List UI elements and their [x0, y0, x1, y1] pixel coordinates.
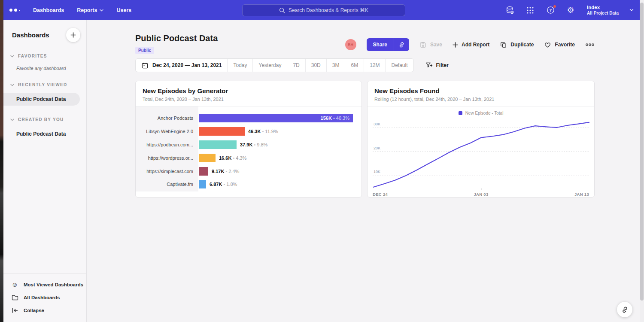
section-header[interactable]: FAVORITES — [3, 54, 86, 58]
collapse-icon — [11, 307, 18, 313]
plus-icon — [453, 42, 458, 48]
bar-segment — [199, 154, 216, 162]
svg-text:20K: 20K — [374, 146, 380, 150]
bar-segment: 156K • 40.3% — [199, 114, 353, 122]
section-header[interactable]: RECENTLY VIEWED — [3, 82, 86, 87]
bar-value-label: 9.17K • 2.4% — [212, 169, 239, 174]
share-button-group: Share — [367, 38, 409, 51]
preset-today[interactable]: Today — [227, 59, 252, 72]
x-tick-jan-13: JAN 13 — [574, 192, 589, 197]
search-icon — [279, 7, 285, 13]
smiley-icon: ☺ — [11, 281, 18, 288]
search-bar[interactable]: Search Dashboards & Reports ⌘K — [242, 4, 405, 16]
bar-category-label: Libsyn WebEngine 2.0 — [136, 129, 198, 134]
card-new-episodes-by-generator: New Episodes by Generator Total, Dec 24t… — [135, 81, 362, 197]
app-switcher-icon[interactable] — [526, 6, 535, 15]
bar-row-https-simplecast-com: https://simplecast.com9.17K • 2.4% — [136, 164, 361, 178]
page-title: Public Podcast Data — [135, 33, 218, 43]
project-name: Index — [587, 5, 619, 10]
nav-item-users[interactable]: Users — [116, 7, 131, 13]
link-icon — [398, 41, 405, 49]
public-badge: Public — [135, 47, 154, 54]
help-icon[interactable]: ? — [546, 6, 555, 15]
x-tick-dec-24: DEC 24 — [373, 192, 388, 197]
mode-logo[interactable] — [9, 9, 20, 12]
main-content: Public Podcast Data Public RH Share — [87, 20, 644, 322]
preset-12m[interactable]: 12M — [364, 59, 385, 72]
background-window-edge — [0, 0, 3, 322]
svg-text:30K: 30K — [374, 122, 380, 126]
sidebar-section-recently-viewed: RECENTLY VIEWEDPublic Podcast Data — [3, 82, 86, 106]
preset-30d[interactable]: 30D — [305, 59, 326, 72]
bar-category-label: https://podbean.com... — [136, 142, 198, 147]
bar-category-label: Captivate.fm — [136, 182, 198, 187]
chevron-down-icon — [10, 84, 14, 86]
filter-button[interactable]: Filter — [425, 61, 449, 69]
favorite-button[interactable]: Favorite — [544, 41, 575, 49]
search-placeholder: Search Dashboards & Reports ⌘K — [289, 7, 368, 13]
bar-row-captivate-fm: Captivate.fm6.87K • 1.8% — [136, 178, 361, 191]
bar-row-https-podbean-com: https://podbean.com...37.9K • 9.8% — [136, 138, 361, 152]
nav-item-reports[interactable]: Reports — [77, 7, 103, 13]
chart-legend: New Episode - Total — [368, 111, 594, 115]
project-switcher[interactable]: Index All Project Data — [587, 5, 619, 15]
sidebar-item-public-podcast-data[interactable]: Public Podcast Data — [3, 128, 80, 140]
duplicate-button[interactable]: Duplicate — [500, 41, 534, 49]
sidebar-item-public-podcast-data[interactable]: Public Podcast Data — [3, 93, 80, 106]
sidebar-footer-all-dashboards[interactable]: All Dashboards — [3, 291, 86, 304]
add-report-button[interactable]: Add Report — [453, 42, 489, 48]
bar-value-label: 6.87K • 1.8% — [210, 182, 237, 187]
chevron-down-icon — [100, 9, 103, 12]
filter-funnel-icon — [425, 61, 433, 69]
sidebar-section-favorites: FAVORITESFavorite any dashboard — [3, 54, 86, 71]
preset-6m[interactable]: 6M — [345, 59, 364, 72]
line-chart-plot: 10K20K30K — [373, 119, 590, 191]
plus-icon — [70, 32, 76, 38]
section-header[interactable]: CREATED BY YOU — [3, 117, 86, 122]
copy-link-button[interactable] — [394, 38, 409, 51]
line-chart-subtitle: Rolling (12 hours), total, Dec 24th, 202… — [374, 97, 587, 102]
nav-item-dashboards[interactable]: Dashboards — [33, 7, 64, 13]
chevron-down-icon — [10, 55, 14, 58]
notification-dot — [553, 5, 556, 8]
svg-text:?: ? — [549, 8, 552, 12]
data-sources-icon[interactable] — [505, 6, 515, 15]
bar-segment — [199, 140, 237, 149]
save-icon — [419, 41, 427, 49]
top-navbar: DashboardsReportsUsers Search Dashboards… — [3, 0, 644, 20]
preset-7d[interactable]: 7D — [287, 59, 305, 72]
scrollbar-thumb[interactable] — [640, 3, 644, 301]
bar-value-label: 46.3K • 11.9% — [248, 129, 278, 134]
bar-row-https-wordpress-or: https://wordpress.or...16.6K • 4.3% — [136, 151, 361, 164]
bar-segment — [199, 167, 208, 176]
preset-yesterday[interactable]: Yesterday — [252, 59, 287, 72]
share-button[interactable]: Share — [367, 38, 394, 51]
more-options-button[interactable] — [585, 43, 595, 46]
sidebar-footer-most-viewed-dashboards[interactable]: ☺Most Viewed Dashboards — [3, 278, 86, 291]
chevron-down-icon — [10, 118, 14, 121]
bar-category-label: Anchor Podcasts — [136, 115, 198, 121]
date-range-picker[interactable]: Dec 24, 2020 — Jan 13, 2021 — [136, 59, 227, 72]
preset-default[interactable]: Default — [385, 59, 413, 72]
preset-3m[interactable]: 3M — [326, 59, 345, 72]
bar-segment — [199, 180, 206, 188]
bar-category-label: https://simplecast.com — [136, 169, 198, 174]
heart-icon — [544, 41, 551, 49]
chevron-down-icon — [629, 9, 634, 12]
ellipsis-icon — [585, 43, 595, 46]
nav-menu: DashboardsReportsUsers — [33, 7, 131, 13]
save-button[interactable]: Save — [419, 41, 442, 49]
bar-segment — [199, 127, 245, 136]
sidebar-footer-collapse[interactable]: Collapse — [3, 304, 86, 317]
avatar[interactable]: RH — [345, 39, 356, 50]
project-scope: All Project Data — [587, 11, 619, 15]
x-axis-labels: DEC 24JAN 03JAN 13 — [373, 192, 589, 197]
sidebar-footer: ☺Most Viewed DashboardsAll DashboardsCol… — [3, 273, 86, 322]
link-icon — [621, 306, 629, 314]
card-new-episodes-found: New Episodes Found Rolling (12 hours), t… — [367, 81, 595, 197]
bar-row-anchor-podcasts: Anchor Podcasts156K • 40.3% — [136, 112, 361, 125]
floating-link-button[interactable] — [617, 302, 632, 317]
add-dashboard-button[interactable] — [66, 28, 80, 42]
page-scrollbar[interactable] — [640, 0, 644, 322]
settings-gear-icon[interactable]: ⚙ — [566, 6, 575, 15]
